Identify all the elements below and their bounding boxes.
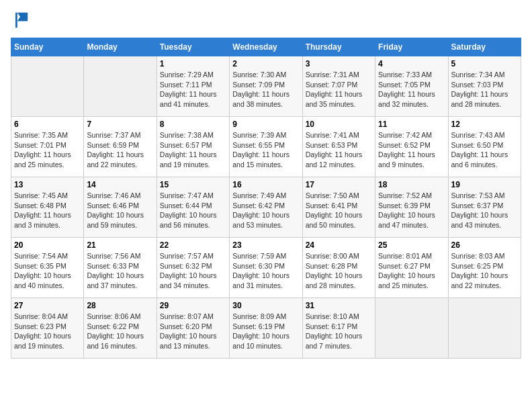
header-day-monday: Monday — [84, 38, 157, 56]
logo-icon — [11, 11, 30, 30]
day-number: 4 — [378, 59, 445, 68]
day-info: Sunrise: 7:46 AM Sunset: 6:46 PM Dayligh… — [87, 191, 153, 230]
calendar-cell: 16Sunrise: 7:49 AM Sunset: 6:42 PM Dayli… — [230, 177, 302, 238]
day-number: 20 — [14, 240, 81, 250]
day-info: Sunrise: 7:38 AM Sunset: 6:57 PM Dayligh… — [160, 130, 226, 170]
calendar-body: 1Sunrise: 7:29 AM Sunset: 7:11 PM Daylig… — [11, 56, 521, 359]
logo — [11, 11, 32, 30]
calendar-cell: 12Sunrise: 7:43 AM Sunset: 6:50 PM Dayli… — [448, 117, 521, 177]
day-number: 27 — [14, 301, 81, 310]
calendar-cell: 20Sunrise: 7:54 AM Sunset: 6:35 PM Dayli… — [11, 238, 84, 298]
header-day-tuesday: Tuesday — [157, 38, 229, 56]
day-info: Sunrise: 8:03 AM Sunset: 6:25 PM Dayligh… — [451, 251, 518, 291]
calendar-cell: 29Sunrise: 8:07 AM Sunset: 6:20 PM Dayli… — [157, 298, 229, 359]
day-number: 18 — [378, 180, 445, 189]
day-info: Sunrise: 8:04 AM Sunset: 6:23 PM Dayligh… — [14, 312, 81, 351]
day-number: 28 — [87, 301, 153, 310]
header-day-wednesday: Wednesday — [230, 38, 302, 56]
calendar-header: SundayMondayTuesdayWednesdayThursdayFrid… — [11, 38, 521, 56]
day-number: 12 — [451, 120, 518, 129]
week-row-2: 6Sunrise: 7:35 AM Sunset: 7:01 PM Daylig… — [11, 117, 521, 177]
day-info: Sunrise: 7:43 AM Sunset: 6:50 PM Dayligh… — [451, 130, 518, 170]
day-info: Sunrise: 7:34 AM Sunset: 7:03 PM Dayligh… — [451, 70, 518, 109]
day-info: Sunrise: 8:06 AM Sunset: 6:22 PM Dayligh… — [87, 312, 153, 351]
page-header — [11, 11, 521, 30]
calendar-cell: 25Sunrise: 8:01 AM Sunset: 6:27 PM Dayli… — [375, 238, 448, 298]
calendar-cell: 26Sunrise: 8:03 AM Sunset: 6:25 PM Dayli… — [448, 238, 521, 298]
day-number: 15 — [160, 180, 226, 189]
week-row-3: 13Sunrise: 7:45 AM Sunset: 6:48 PM Dayli… — [11, 177, 521, 238]
calendar-cell: 2Sunrise: 7:30 AM Sunset: 7:09 PM Daylig… — [230, 56, 302, 117]
week-row-4: 20Sunrise: 7:54 AM Sunset: 6:35 PM Dayli… — [11, 238, 521, 298]
calendar-cell: 24Sunrise: 8:00 AM Sunset: 6:28 PM Dayli… — [302, 238, 375, 298]
calendar-cell: 6Sunrise: 7:35 AM Sunset: 7:01 PM Daylig… — [11, 117, 84, 177]
day-number: 25 — [378, 240, 445, 250]
day-number: 24 — [306, 240, 372, 250]
day-info: Sunrise: 7:50 AM Sunset: 6:41 PM Dayligh… — [306, 191, 372, 230]
day-number: 21 — [87, 240, 153, 250]
calendar-cell — [11, 56, 84, 117]
calendar-cell: 15Sunrise: 7:47 AM Sunset: 6:44 PM Dayli… — [157, 177, 229, 238]
calendar-cell: 8Sunrise: 7:38 AM Sunset: 6:57 PM Daylig… — [157, 117, 229, 177]
calendar-cell — [375, 298, 448, 359]
header-day-friday: Friday — [375, 38, 448, 56]
calendar-cell: 18Sunrise: 7:52 AM Sunset: 6:39 PM Dayli… — [375, 177, 448, 238]
day-number: 16 — [232, 180, 299, 189]
calendar-cell: 14Sunrise: 7:46 AM Sunset: 6:46 PM Dayli… — [84, 177, 157, 238]
calendar-cell — [448, 298, 521, 359]
day-number: 22 — [160, 240, 226, 250]
day-number: 19 — [451, 180, 518, 189]
day-number: 8 — [160, 120, 226, 129]
day-number: 29 — [160, 301, 226, 310]
day-info: Sunrise: 7:54 AM Sunset: 6:35 PM Dayligh… — [14, 251, 81, 291]
day-info: Sunrise: 7:31 AM Sunset: 7:07 PM Dayligh… — [306, 70, 372, 109]
header-day-saturday: Saturday — [448, 38, 521, 56]
day-number: 26 — [451, 240, 518, 250]
calendar-cell: 17Sunrise: 7:50 AM Sunset: 6:41 PM Dayli… — [302, 177, 375, 238]
calendar-cell: 9Sunrise: 7:39 AM Sunset: 6:55 PM Daylig… — [230, 117, 302, 177]
header-day-thursday: Thursday — [302, 38, 375, 56]
day-info: Sunrise: 7:45 AM Sunset: 6:48 PM Dayligh… — [14, 191, 81, 230]
day-number: 5 — [451, 59, 518, 68]
day-info: Sunrise: 8:01 AM Sunset: 6:27 PM Dayligh… — [378, 251, 445, 291]
day-number: 1 — [160, 59, 226, 68]
calendar-cell: 21Sunrise: 7:56 AM Sunset: 6:33 PM Dayli… — [84, 238, 157, 298]
day-info: Sunrise: 7:29 AM Sunset: 7:11 PM Dayligh… — [160, 70, 226, 109]
day-info: Sunrise: 7:35 AM Sunset: 7:01 PM Dayligh… — [14, 130, 81, 170]
day-info: Sunrise: 8:00 AM Sunset: 6:28 PM Dayligh… — [306, 251, 372, 291]
calendar-cell: 5Sunrise: 7:34 AM Sunset: 7:03 PM Daylig… — [448, 56, 521, 117]
day-number: 9 — [232, 120, 299, 129]
calendar-cell: 28Sunrise: 8:06 AM Sunset: 6:22 PM Dayli… — [84, 298, 157, 359]
day-info: Sunrise: 7:53 AM Sunset: 6:37 PM Dayligh… — [451, 191, 518, 230]
calendar-cell: 10Sunrise: 7:41 AM Sunset: 6:53 PM Dayli… — [302, 117, 375, 177]
day-info: Sunrise: 7:47 AM Sunset: 6:44 PM Dayligh… — [160, 191, 226, 230]
calendar-cell: 4Sunrise: 7:33 AM Sunset: 7:05 PM Daylig… — [375, 56, 448, 117]
day-info: Sunrise: 7:57 AM Sunset: 6:32 PM Dayligh… — [160, 251, 226, 291]
day-number: 3 — [306, 59, 372, 68]
day-info: Sunrise: 7:33 AM Sunset: 7:05 PM Dayligh… — [378, 70, 445, 109]
header-row: SundayMondayTuesdayWednesdayThursdayFrid… — [11, 38, 521, 56]
day-info: Sunrise: 7:30 AM Sunset: 7:09 PM Dayligh… — [232, 70, 299, 109]
day-number: 23 — [232, 240, 299, 250]
day-number: 11 — [378, 120, 445, 129]
day-info: Sunrise: 7:37 AM Sunset: 6:59 PM Dayligh… — [87, 130, 153, 170]
day-number: 6 — [14, 120, 81, 129]
day-info: Sunrise: 7:56 AM Sunset: 6:33 PM Dayligh… — [87, 251, 153, 291]
day-info: Sunrise: 7:42 AM Sunset: 6:52 PM Dayligh… — [378, 130, 445, 170]
calendar-cell: 22Sunrise: 7:57 AM Sunset: 6:32 PM Dayli… — [157, 238, 229, 298]
day-info: Sunrise: 7:59 AM Sunset: 6:30 PM Dayligh… — [232, 251, 299, 291]
calendar-cell: 7Sunrise: 7:37 AM Sunset: 6:59 PM Daylig… — [84, 117, 157, 177]
day-number: 2 — [232, 59, 299, 68]
calendar-cell: 19Sunrise: 7:53 AM Sunset: 6:37 PM Dayli… — [448, 177, 521, 238]
calendar-cell: 13Sunrise: 7:45 AM Sunset: 6:48 PM Dayli… — [11, 177, 84, 238]
day-number: 31 — [306, 301, 372, 310]
day-number: 13 — [14, 180, 81, 189]
calendar-cell: 1Sunrise: 7:29 AM Sunset: 7:11 PM Daylig… — [157, 56, 229, 117]
calendar-cell: 31Sunrise: 8:10 AM Sunset: 6:17 PM Dayli… — [302, 298, 375, 359]
day-info: Sunrise: 8:10 AM Sunset: 6:17 PM Dayligh… — [306, 312, 372, 351]
day-number: 17 — [306, 180, 372, 189]
day-number: 14 — [87, 180, 153, 189]
day-number: 10 — [306, 120, 372, 129]
calendar-table: SundayMondayTuesdayWednesdayThursdayFrid… — [11, 38, 521, 359]
week-row-1: 1Sunrise: 7:29 AM Sunset: 7:11 PM Daylig… — [11, 56, 521, 117]
